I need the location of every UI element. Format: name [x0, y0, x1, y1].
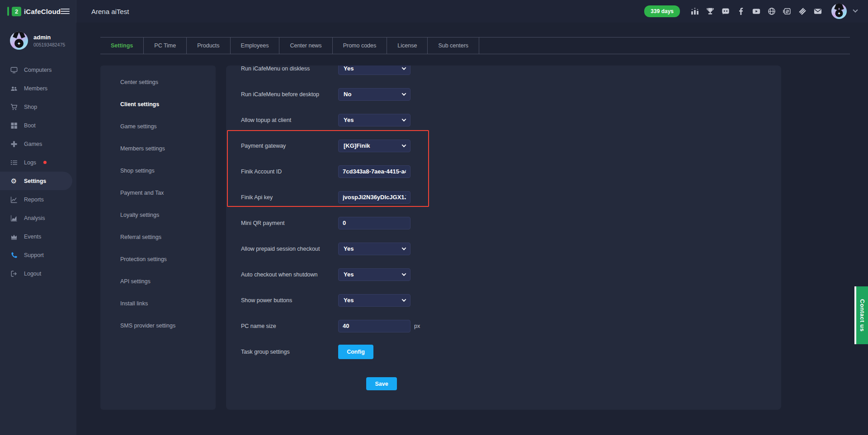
- field-label: Allow topup at client: [241, 117, 338, 123]
- field-label: Show power buttons: [241, 297, 338, 304]
- logo-bar: [7, 7, 9, 16]
- gear-icon: ⚙: [10, 177, 18, 185]
- menu-item-center-settings[interactable]: Center settings: [100, 71, 216, 93]
- logout-icon: [10, 270, 18, 277]
- field-label: PC name size: [241, 323, 338, 329]
- tab-license[interactable]: License: [387, 37, 428, 54]
- config-button[interactable]: Config: [338, 345, 373, 359]
- sidebar-item-logs[interactable]: Logs: [0, 153, 76, 172]
- run-icafemenu-before-desktop-select[interactable]: No: [338, 88, 410, 101]
- menu-item-install-links[interactable]: Install links: [100, 292, 216, 314]
- members-icon: [10, 84, 18, 92]
- sidebar-item-reports[interactable]: Reports: [0, 190, 76, 209]
- field-label: Payment gateway: [241, 143, 338, 149]
- form-row: Run iCafeMenu on diskless Yes: [226, 65, 781, 81]
- line-chart-icon: [10, 196, 18, 203]
- sidebar-item-computers[interactable]: Computers: [0, 61, 76, 79]
- list-icon: [10, 159, 18, 166]
- auto-checkout-when-shutdown-select[interactable]: Yes: [338, 268, 410, 281]
- header-right: 339 days: [644, 4, 857, 19]
- ranking-icon[interactable]: [690, 7, 699, 16]
- chevron-down-icon: [402, 246, 406, 250]
- menu-item-sms-provider-settings[interactable]: SMS provider settings: [100, 314, 216, 337]
- menu-toggle-icon[interactable]: [61, 9, 70, 14]
- allow-topup-at-client-select[interactable]: Yes: [338, 114, 410, 126]
- medal-icon: ✦: [835, 9, 843, 17]
- sidebar-item-games[interactable]: Games: [0, 135, 76, 153]
- icafecloud-logo[interactable]: 2 iCafeCloud: [7, 7, 61, 16]
- field-label: Task group settings: [241, 349, 338, 355]
- mail-icon[interactable]: [813, 7, 822, 16]
- form-row: Auto checkout when shutdown Yes: [226, 262, 781, 287]
- facebook-icon[interactable]: [736, 7, 745, 16]
- sidebar-item-settings[interactable]: ⚙ Settings: [0, 172, 72, 190]
- sidebar: ✦ admin 005193482475 Computers Members S…: [0, 23, 76, 435]
- finik-account-id-input[interactable]: [338, 165, 410, 178]
- sidebar-item-analysis[interactable]: Analysis: [0, 209, 76, 227]
- chevron-down-icon: [402, 297, 406, 302]
- tab-pc-time[interactable]: PC Time: [144, 37, 187, 54]
- save-button[interactable]: Save: [366, 377, 397, 390]
- tab-settings[interactable]: Settings: [100, 37, 144, 54]
- field-label: Mini QR payment: [241, 220, 338, 226]
- menu-item-members-settings[interactable]: Members settings: [100, 137, 216, 159]
- settings-tabs: Settings PC Time Products Employees Cent…: [100, 37, 850, 54]
- client-settings-form: Run iCafeMenu on diskless Yes Run iCafeM…: [226, 65, 781, 410]
- field-label: Finik Account ID: [241, 168, 338, 175]
- form-row: Run iCafeMenu before desktop No: [226, 81, 781, 107]
- menu-item-payment-and-tax[interactable]: Payment and Tax: [100, 182, 216, 204]
- menu-item-api-settings[interactable]: API settings: [100, 270, 216, 292]
- payment-gateway-select[interactable]: [KG]Finik: [338, 140, 410, 152]
- sidebar-item-members[interactable]: Members: [0, 79, 76, 98]
- logs-notification-dot: [43, 161, 47, 164]
- menu-item-referral-settings[interactable]: Referral settings: [100, 226, 216, 248]
- form-row: Task group settings Config: [226, 339, 781, 365]
- form-row: PC name size px: [226, 313, 781, 339]
- tab-sub-centers[interactable]: Sub centers: [428, 37, 479, 54]
- menu-item-shop-settings[interactable]: Shop settings: [100, 159, 216, 182]
- chevron-down-icon: [402, 65, 406, 70]
- tab-center-news[interactable]: Center news: [279, 37, 332, 54]
- field-label: Run iCafeMenu on diskless: [241, 65, 338, 72]
- chevron-down-icon[interactable]: [853, 8, 858, 13]
- sidebar-item-support[interactable]: Support: [0, 246, 76, 264]
- globe-icon[interactable]: [767, 7, 776, 16]
- layers-icon[interactable]: [798, 7, 807, 16]
- user-avatar[interactable]: ✦: [831, 4, 847, 19]
- chevron-down-icon: [402, 91, 406, 96]
- allow-prepaid-session-checkout-select[interactable]: Yes: [338, 243, 410, 255]
- discord-icon[interactable]: [721, 7, 730, 16]
- icafecloud-icon[interactable]: [783, 7, 791, 16]
- tab-promo-codes[interactable]: Promo codes: [333, 37, 387, 54]
- finik-api-key-input[interactable]: [338, 191, 410, 204]
- user-name: admin: [33, 34, 65, 41]
- show-power-buttons-select[interactable]: Yes: [338, 294, 410, 307]
- contact-us-tab[interactable]: Contact us: [854, 286, 868, 344]
- trophy-icon[interactable]: [706, 7, 714, 16]
- sidebar-item-events[interactable]: Events: [0, 227, 76, 246]
- mini-qr-payment-input[interactable]: [338, 217, 410, 229]
- field-label: Finik Api key: [241, 194, 338, 201]
- run-icafemenu-on-diskless-select[interactable]: Yes: [338, 65, 410, 75]
- menu-item-protection-settings[interactable]: Protection settings: [100, 248, 216, 270]
- menu-item-game-settings[interactable]: Game settings: [100, 115, 216, 137]
- sidebar-user[interactable]: ✦ admin 005193482475: [0, 23, 76, 58]
- windows-icon: [10, 122, 18, 129]
- sidebar-item-shop[interactable]: Shop: [0, 98, 76, 116]
- monitor-icon: [10, 66, 18, 74]
- tab-employees[interactable]: Employees: [231, 37, 280, 54]
- pc-name-size-input[interactable]: [338, 320, 410, 332]
- youtube-icon[interactable]: [752, 7, 760, 16]
- form-row: Mini QR payment: [226, 210, 781, 236]
- sidebar-item-logout[interactable]: Logout: [0, 264, 76, 283]
- settings-menu-panel: Center settings Client settings Game set…: [100, 65, 216, 410]
- license-days-badge[interactable]: 339 days: [644, 5, 680, 17]
- gamepad-icon: [10, 140, 18, 148]
- sidebar-user-avatar: ✦: [10, 32, 28, 50]
- logo-area: 2 iCafeCloud: [0, 0, 76, 23]
- tab-products[interactable]: Products: [187, 37, 230, 54]
- menu-item-loyalty-settings[interactable]: Loyalty settings: [100, 204, 216, 226]
- menu-item-client-settings[interactable]: Client settings: [100, 93, 216, 115]
- sidebar-item-boot[interactable]: Boot: [0, 116, 76, 135]
- form-row: Show power buttons Yes: [226, 287, 781, 313]
